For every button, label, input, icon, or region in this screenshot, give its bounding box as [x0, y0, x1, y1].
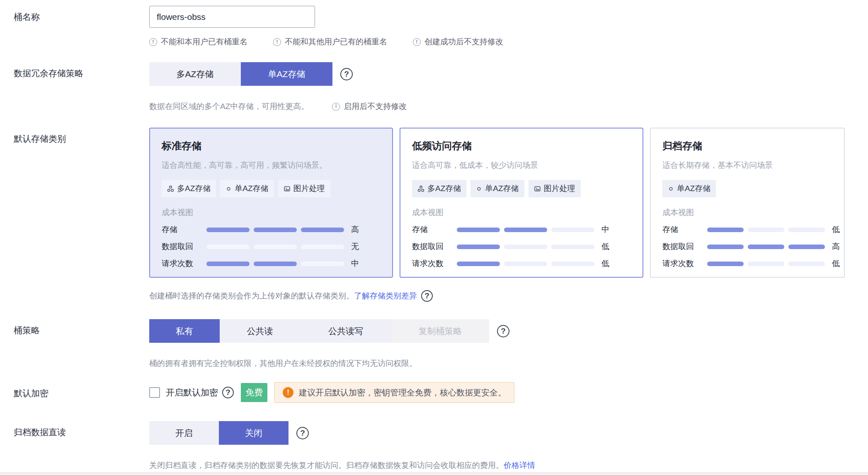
warning-icon — [283, 387, 293, 398]
redundancy-note: 启用后不支持修改 — [332, 101, 407, 112]
storage-class-card-standard[interactable]: 标准存储 适合高性能，高可靠，高可用，频繁访问场景。 多AZ存储 单AZ存储 — [149, 128, 393, 278]
multi-az-icon — [167, 185, 174, 192]
tag-single-az: 单AZ存储 — [220, 180, 274, 197]
tag-single-az: 单AZ存储 — [470, 180, 524, 197]
multi-az-option[interactable]: 多AZ存储 — [149, 62, 241, 86]
card-title: 标准存储 — [162, 139, 381, 153]
cost-view-title: 成本视图 — [662, 207, 832, 218]
archive-read-label: 归档数据直读 — [0, 421, 149, 471]
storage-class-section: 默认存储类别 标准存储 适合高性能，高可靠，高可用，频繁访问场景。 多AZ存储 … — [0, 128, 868, 302]
tag-image-processing: 图片处理 — [278, 180, 330, 197]
archive-read-off-option[interactable]: 关闭 — [219, 421, 289, 445]
card-title: 归档存储 — [662, 139, 832, 153]
hint-item: 不能和其他用户已有的桶重名 — [273, 36, 387, 47]
redundancy-label: 数据冗余存储策略 — [0, 62, 149, 112]
cost-row-requests: 请求次数 低 — [662, 258, 832, 269]
cost-level: 低 — [601, 258, 609, 269]
storage-class-card-archive[interactable]: 归档存储 适合长期存储，基本不访问场景 单AZ存储 成本视图 存储 低 — [650, 128, 845, 278]
help-icon[interactable] — [222, 387, 234, 398]
archive-read-on-option[interactable]: 开启 — [149, 421, 219, 445]
cost-bar — [206, 228, 344, 232]
cost-row-retrieval: 数据取回 无 — [162, 241, 381, 252]
cost-level: 低 — [832, 258, 840, 269]
help-icon[interactable] — [497, 325, 509, 337]
cost-bar — [206, 262, 344, 266]
cost-view-title: 成本视图 — [162, 207, 381, 218]
info-icon — [149, 38, 157, 46]
bucket-policy-label: 桶策略 — [0, 319, 149, 369]
cost-row-requests: 请求次数 低 — [412, 258, 631, 269]
archive-read-section: 归档数据直读 开启 关闭 关闭归档直读，归档存储类别的数据要先恢复才能访问。归档… — [0, 421, 868, 471]
policy-private-option[interactable]: 私有 — [149, 319, 220, 343]
card-title: 低频访问存储 — [412, 139, 631, 153]
info-icon — [413, 38, 421, 46]
single-az-icon — [668, 186, 674, 192]
cost-level: 高 — [832, 241, 840, 252]
cost-row-requests: 请求次数 中 — [162, 258, 381, 269]
price-details-link[interactable]: 价格详情 — [504, 461, 535, 470]
encryption-checkbox-label: 开启默认加密 — [166, 387, 218, 398]
create-bucket-form: 桶名称 不能和本用户已有桶重名 不能和其他用户已有的桶重名 创建成功后不支持修改 — [0, 0, 868, 475]
storage-class-diff-link[interactable]: 了解存储类别差异 — [354, 291, 417, 301]
image-processing-icon — [284, 185, 291, 192]
cost-level: 低 — [601, 241, 609, 252]
tag-single-az: 单AZ存储 — [662, 180, 716, 197]
policy-public-read-option[interactable]: 公共读 — [220, 319, 300, 343]
cost-row-retrieval: 数据取回 低 — [412, 241, 631, 252]
bucket-policy-section: 桶策略 私有 公共读 公共读写 复制桶策略 桶的拥有者拥有完全控制权限，其他用户… — [0, 319, 868, 369]
policy-copy-option[interactable]: 复制桶策略 — [391, 319, 489, 343]
redundancy-section: 数据冗余存储策略 多AZ存储 单AZ存储 数据在同区域的多个AZ中存储，可用性更… — [0, 62, 868, 112]
cost-level: 中 — [601, 224, 609, 235]
single-az-icon — [225, 186, 232, 192]
encryption-label: 默认加密 — [0, 382, 149, 403]
hint-text: 不能和本用户已有桶重名 — [161, 36, 247, 47]
cost-row-storage: 存储 低 — [662, 224, 832, 235]
cost-bar — [457, 262, 594, 266]
cost-bar — [206, 245, 344, 249]
bucket-name-label: 桶名称 — [0, 6, 149, 47]
image-processing-icon — [534, 185, 541, 192]
default-encryption-checkbox[interactable] — [149, 387, 160, 398]
tag-multi-az: 多AZ存储 — [412, 180, 466, 197]
info-icon — [332, 103, 340, 111]
cost-bar — [457, 228, 594, 232]
cost-bar — [457, 245, 594, 249]
storage-class-card-infrequent[interactable]: 低频访问存储 适合高可靠，低成本，较少访问场景 多AZ存储 单AZ存储 — [400, 128, 643, 278]
hint-item: 不能和本用户已有桶重名 — [149, 36, 247, 47]
hint-text: 不能和其他用户已有的桶重名 — [285, 36, 387, 47]
policy-public-read-write-option[interactable]: 公共读写 — [300, 319, 391, 343]
bucket-name-section: 桶名称 不能和本用户已有桶重名 不能和其他用户已有的桶重名 创建成功后不支持修改 — [0, 6, 868, 47]
bucket-name-input[interactable] — [149, 6, 315, 28]
cost-view-title: 成本视图 — [412, 207, 631, 218]
card-desc: 适合高性能，高可靠，高可用，频繁访问场景。 — [162, 160, 381, 171]
info-icon — [273, 38, 281, 46]
archive-read-desc: 关闭归档直读，归档存储类别的数据要先恢复才能访问。归档存储数据恢复和访问会收取相… — [149, 460, 868, 471]
cost-level: 低 — [832, 224, 840, 235]
single-az-option[interactable]: 单AZ存储 — [241, 62, 332, 86]
card-desc: 适合高可靠，低成本，较少访问场景 — [412, 160, 631, 171]
hint-item: 创建成功后不支持修改 — [413, 36, 503, 47]
single-az-icon — [476, 186, 482, 192]
cost-level: 高 — [351, 224, 359, 235]
footer-strip — [0, 472, 868, 475]
encryption-section: 默认加密 开启默认加密 免费 建议开启默认加密，密钥管理全免费，核心数据更安全。 — [0, 382, 868, 403]
cost-row-retrieval: 数据取回 高 — [662, 241, 832, 252]
encryption-warning-box: 建议开启默认加密，密钥管理全免费，核心数据更安全。 — [274, 382, 514, 403]
tag-image-processing: 图片处理 — [529, 180, 581, 197]
help-icon[interactable] — [340, 68, 353, 80]
cost-level: 中 — [351, 258, 359, 269]
help-icon[interactable] — [296, 427, 309, 439]
hint-text: 创建成功后不支持修改 — [424, 36, 503, 47]
cost-bar — [707, 245, 825, 249]
free-badge: 免费 — [241, 383, 267, 402]
multi-az-icon — [417, 185, 424, 192]
cost-bar — [707, 228, 825, 232]
help-icon[interactable] — [421, 290, 433, 302]
card-desc: 适合长期存储，基本不访问场景 — [662, 160, 832, 171]
cost-row-storage: 存储 中 — [412, 224, 631, 235]
tag-multi-az: 多AZ存储 — [162, 180, 216, 197]
warning-text: 建议开启默认加密，密钥管理全免费，核心数据更安全。 — [299, 387, 506, 398]
policy-desc: 桶的拥有者拥有完全控制权限，其他用户在未经授权的情况下均无访问权限。 — [149, 358, 868, 369]
cost-level: 无 — [351, 241, 359, 252]
storage-class-label: 默认存储类别 — [0, 128, 149, 302]
